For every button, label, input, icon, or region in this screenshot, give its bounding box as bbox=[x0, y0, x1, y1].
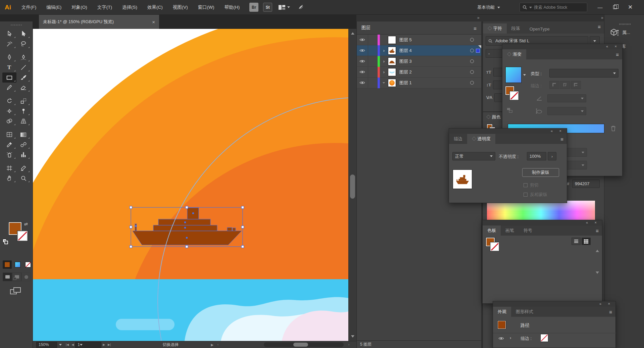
layer-thumbnail[interactable] bbox=[388, 79, 396, 87]
lock-toggle-cell[interactable] bbox=[368, 56, 378, 67]
close-panel-icon[interactable]: × bbox=[608, 302, 610, 306]
share-button[interactable] bbox=[297, 3, 305, 11]
width-tool[interactable] bbox=[2, 106, 16, 116]
last-artboard-button[interactable]: ▶| bbox=[108, 343, 111, 346]
menu-item[interactable]: 对象(O) bbox=[66, 0, 92, 15]
make-mask-button[interactable]: 制作蒙版 bbox=[522, 168, 559, 177]
lock-toggle-cell[interactable] bbox=[368, 78, 378, 88]
menu-item[interactable]: 文字(T) bbox=[92, 0, 117, 15]
menu-item[interactable]: 窗口(W) bbox=[193, 0, 219, 15]
panel-menu-icon[interactable]: ≡ bbox=[474, 26, 477, 31]
layers-dock-chevron[interactable]: » bbox=[477, 15, 480, 20]
horizontal-scrollbar[interactable] bbox=[264, 342, 344, 347]
tab-symbols[interactable]: 符号 bbox=[519, 226, 537, 236]
workspace-switcher[interactable]: 基本功能 bbox=[477, 0, 500, 15]
magic-wand-tool[interactable] bbox=[2, 39, 16, 49]
hscrollbar-thumb[interactable] bbox=[293, 343, 308, 347]
collapse-panel-icon[interactable]: « bbox=[599, 302, 601, 306]
stroke-none-swatch[interactable] bbox=[541, 334, 548, 342]
lock-toggle-cell[interactable] bbox=[368, 35, 378, 45]
menu-item[interactable]: 视图(V) bbox=[168, 0, 193, 15]
collapse-panel-icon[interactable]: « bbox=[586, 220, 588, 225]
layer-name[interactable]: 图层 5 bbox=[399, 37, 412, 43]
layer-thumbnail[interactable] bbox=[388, 36, 396, 44]
layer-name[interactable]: 图层 2 bbox=[399, 69, 412, 75]
colb-dock-chevron[interactable]: » bbox=[601, 15, 603, 20]
tab-character[interactable]: ◇ 字符 bbox=[483, 23, 507, 34]
layer-name[interactable]: 图层 3 bbox=[399, 58, 412, 64]
rail-grip[interactable] bbox=[619, 23, 631, 25]
status-options-icon[interactable]: ▶ bbox=[211, 343, 213, 347]
shape-builder-tool[interactable] bbox=[2, 116, 16, 126]
visibility-eye-icon[interactable] bbox=[357, 45, 368, 56]
artboard-tool[interactable] bbox=[2, 163, 16, 173]
color-gradient-button[interactable] bbox=[13, 260, 22, 269]
layer-row[interactable]: ›图层 4 bbox=[357, 45, 481, 56]
next-artboard-button[interactable]: ▶ bbox=[103, 343, 105, 346]
visibility-eye-icon[interactable] bbox=[357, 56, 368, 67]
opacity-field[interactable]: 100% bbox=[527, 152, 546, 160]
scrollbar-thumb[interactable] bbox=[350, 175, 355, 199]
zoom-level-field[interactable]: 150% bbox=[36, 342, 57, 348]
color-spectrum[interactable] bbox=[487, 201, 595, 220]
expand-arrow-icon[interactable]: › bbox=[380, 80, 388, 85]
invert-mask-checkbox[interactable] bbox=[524, 193, 528, 197]
swap-fill-stroke-icon[interactable]: ⇄ bbox=[24, 221, 28, 227]
menu-item[interactable]: 效果(C) bbox=[142, 0, 168, 15]
eyedropper-tool[interactable] bbox=[2, 140, 16, 150]
target-circle[interactable] bbox=[470, 81, 474, 85]
stock-icon[interactable]: St bbox=[263, 3, 272, 12]
target-circle[interactable] bbox=[470, 59, 474, 63]
scale-tool[interactable] bbox=[16, 96, 31, 106]
blend-mode-dropdown[interactable]: 正常 bbox=[452, 152, 495, 160]
puppet-warp-tool[interactable] bbox=[16, 106, 31, 116]
swatches-stroke-proxy[interactable] bbox=[490, 242, 499, 251]
tab-color[interactable]: ◇ 颜色 bbox=[486, 114, 501, 120]
perspective-grid-tool[interactable] bbox=[16, 116, 31, 126]
paintbrush-tool[interactable] bbox=[16, 72, 31, 83]
pen-tool[interactable] bbox=[2, 52, 16, 62]
expand-arrow-icon[interactable]: › bbox=[380, 59, 388, 64]
tab-stroke[interactable]: 描边 bbox=[449, 134, 467, 144]
visibility-eye-icon[interactable] bbox=[357, 78, 368, 88]
close-tab-icon[interactable]: × bbox=[152, 19, 155, 25]
scroll-down-icon[interactable] bbox=[351, 335, 354, 338]
panel-menu-icon[interactable]: ≡ bbox=[560, 136, 563, 142]
zoom-dropdown-icon[interactable] bbox=[59, 344, 62, 346]
mesh-tool[interactable] bbox=[2, 130, 16, 140]
gradient-preview-swatch[interactable] bbox=[505, 67, 522, 83]
menu-item[interactable]: 帮助(H) bbox=[219, 0, 245, 15]
tab-brushes[interactable]: 画笔 bbox=[501, 226, 519, 236]
layer-thumbnail[interactable] bbox=[388, 57, 396, 65]
canvas[interactable] bbox=[33, 29, 348, 341]
eraser-tool[interactable] bbox=[16, 83, 31, 93]
adobe-stock-search[interactable]: 搜索 Adobe Stock bbox=[519, 3, 587, 12]
appearance-panel-titlebar[interactable]: « × bbox=[493, 301, 615, 307]
stroke-color-swatch[interactable] bbox=[17, 231, 28, 241]
slice-tool[interactable] bbox=[16, 163, 31, 173]
panel-menu-icon[interactable]: ≡ bbox=[616, 52, 619, 57]
layer-thumbnail[interactable] bbox=[388, 68, 396, 76]
symbol-sprayer-tool[interactable] bbox=[2, 150, 16, 160]
opacity-stepper-button[interactable]: › bbox=[548, 152, 556, 160]
menu-item[interactable]: 编辑(E) bbox=[41, 0, 66, 15]
layer-row[interactable]: ›图层 2 bbox=[357, 67, 481, 78]
invert-mask-checkbox-row[interactable]: 反相蒙版 bbox=[524, 192, 547, 198]
direct-selection-tool[interactable] bbox=[16, 29, 31, 39]
layer-name[interactable]: 图层 1 bbox=[399, 80, 412, 86]
hscroll-right-icon[interactable]: › bbox=[348, 343, 349, 346]
hand-tool[interactable] bbox=[2, 173, 16, 183]
grid-view-button[interactable] bbox=[582, 238, 591, 245]
toolbar-grip[interactable] bbox=[0, 21, 33, 26]
menu-item[interactable]: 选择(S) bbox=[117, 0, 142, 15]
tab-graphic-styles[interactable]: 图形样式 bbox=[511, 307, 538, 317]
tab-gradient[interactable]: ◇ 渐变 bbox=[502, 49, 526, 59]
minimize-button[interactable]: — bbox=[595, 2, 605, 12]
layer-thumbnail[interactable] bbox=[388, 47, 396, 55]
gradient-tool[interactable] bbox=[16, 130, 31, 140]
zoom-tool[interactable] bbox=[16, 173, 31, 183]
panel-menu-icon[interactable]: ≡ bbox=[609, 309, 612, 315]
lock-toggle-cell[interactable] bbox=[368, 45, 378, 56]
stroke-along-button[interactable] bbox=[560, 81, 570, 89]
collapse-panel-icon[interactable]: « bbox=[606, 44, 608, 48]
